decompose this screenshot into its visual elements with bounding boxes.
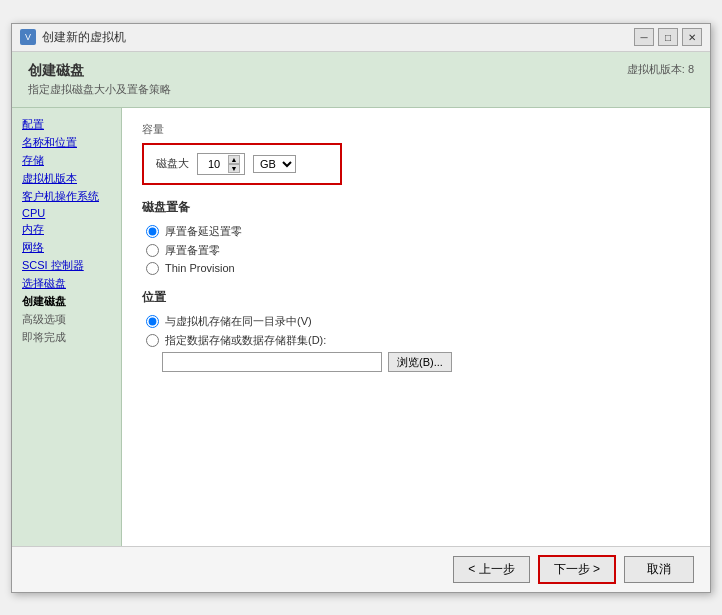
provisioning-section-label: 磁盘置备 bbox=[142, 199, 690, 216]
sidebar-item-name-location[interactable]: 名称和位置 bbox=[22, 134, 111, 151]
app-icon: V bbox=[20, 29, 36, 45]
footer: < 上一步 下一步 > 取消 bbox=[12, 546, 710, 592]
vm-version-label: 虚拟机版本: 8 bbox=[627, 62, 694, 77]
provisioning-thin-label: Thin Provision bbox=[165, 262, 235, 274]
sidebar-item-vm-version[interactable]: 虚拟机版本 bbox=[22, 170, 111, 187]
main-window: V 创建新的虚拟机 ─ □ ✕ 创建磁盘 指定虚拟磁盘大小及置备策略 虚拟机版本… bbox=[11, 23, 711, 593]
location-section-label: 位置 bbox=[142, 289, 690, 306]
capacity-box: 磁盘大 10 ▲ ▼ MB GB TB bbox=[142, 143, 342, 185]
location-custom-dir-radio[interactable] bbox=[146, 334, 159, 347]
header-content: 创建磁盘 指定虚拟磁盘大小及置备策略 bbox=[28, 62, 171, 97]
header-section: 创建磁盘 指定虚拟磁盘大小及置备策略 虚拟机版本: 8 bbox=[12, 52, 710, 108]
provisioning-section: 磁盘置备 厚置备延迟置零 厚置备置零 Thin Provision bbox=[142, 199, 690, 275]
provisioning-radio-group: 厚置备延迟置零 厚置备置零 Thin Provision bbox=[142, 224, 690, 275]
location-same-dir[interactable]: 与虚拟机存储在同一目录中(V) bbox=[146, 314, 690, 329]
spinner-up-button[interactable]: ▲ bbox=[228, 155, 240, 164]
capacity-section-label: 容量 bbox=[142, 122, 690, 137]
back-button[interactable]: < 上一步 bbox=[453, 556, 529, 583]
provisioning-thin-radio[interactable] bbox=[146, 262, 159, 275]
disk-size-label: 磁盘大 bbox=[156, 156, 189, 171]
title-bar: V 创建新的虚拟机 ─ □ ✕ bbox=[12, 24, 710, 52]
provisioning-thick-lazy-label: 厚置备延迟置零 bbox=[165, 224, 242, 239]
main-panel: 容量 磁盘大 10 ▲ ▼ MB GB TB 磁盘置备 bbox=[122, 108, 710, 546]
sidebar-item-create-disk[interactable]: 创建磁盘 bbox=[22, 293, 111, 310]
header-title: 创建磁盘 bbox=[28, 62, 171, 80]
provisioning-thin[interactable]: Thin Provision bbox=[146, 262, 690, 275]
provisioning-thick-eager[interactable]: 厚置备置零 bbox=[146, 243, 690, 258]
sidebar: 配置 名称和位置 存储 虚拟机版本 客户机操作系统 CPU 内存 网络 SCSI… bbox=[12, 108, 122, 546]
provisioning-thick-lazy-radio[interactable] bbox=[146, 225, 159, 238]
location-section: 位置 与虚拟机存储在同一目录中(V) 指定数据存储或数据存储群集(D): 浏览(… bbox=[142, 289, 690, 372]
location-custom-dir[interactable]: 指定数据存储或数据存储群集(D): bbox=[146, 333, 690, 348]
location-radio-group: 与虚拟机存储在同一目录中(V) 指定数据存储或数据存储群集(D): bbox=[142, 314, 690, 348]
minimize-button[interactable]: ─ bbox=[634, 28, 654, 46]
sidebar-item-select-disk[interactable]: 选择磁盘 bbox=[22, 275, 111, 292]
sidebar-item-config[interactable]: 配置 bbox=[22, 116, 111, 133]
title-bar-left: V 创建新的虚拟机 bbox=[20, 29, 126, 46]
spinner-down-button[interactable]: ▼ bbox=[228, 164, 240, 173]
sidebar-item-storage[interactable]: 存储 bbox=[22, 152, 111, 169]
next-button[interactable]: 下一步 > bbox=[538, 555, 616, 584]
content-area: 配置 名称和位置 存储 虚拟机版本 客户机操作系统 CPU 内存 网络 SCSI… bbox=[12, 108, 710, 546]
maximize-button[interactable]: □ bbox=[658, 28, 678, 46]
location-same-dir-label: 与虚拟机存储在同一目录中(V) bbox=[165, 314, 312, 329]
location-path-row: 浏览(B)... bbox=[142, 352, 690, 372]
disk-unit-select[interactable]: MB GB TB bbox=[253, 155, 296, 173]
sidebar-item-cpu[interactable]: CPU bbox=[22, 206, 111, 220]
location-custom-dir-label: 指定数据存储或数据存储群集(D): bbox=[165, 333, 326, 348]
header-subtitle: 指定虚拟磁盘大小及置备策略 bbox=[28, 82, 171, 97]
disk-size-spinner: 10 ▲ ▼ bbox=[197, 153, 245, 175]
spinner-buttons: ▲ ▼ bbox=[228, 155, 240, 173]
title-controls: ─ □ ✕ bbox=[634, 28, 702, 46]
sidebar-item-guest-os[interactable]: 客户机操作系统 bbox=[22, 188, 111, 205]
sidebar-item-memory[interactable]: 内存 bbox=[22, 221, 111, 238]
sidebar-item-ready: 即将完成 bbox=[22, 329, 111, 346]
browse-button[interactable]: 浏览(B)... bbox=[388, 352, 452, 372]
provisioning-thick-lazy[interactable]: 厚置备延迟置零 bbox=[146, 224, 690, 239]
sidebar-item-advanced: 高级选项 bbox=[22, 311, 111, 328]
provisioning-thick-eager-radio[interactable] bbox=[146, 244, 159, 257]
cancel-button[interactable]: 取消 bbox=[624, 556, 694, 583]
close-button[interactable]: ✕ bbox=[682, 28, 702, 46]
sidebar-item-scsi[interactable]: SCSI 控制器 bbox=[22, 257, 111, 274]
disk-size-value: 10 bbox=[202, 158, 226, 170]
provisioning-thick-eager-label: 厚置备置零 bbox=[165, 243, 220, 258]
location-path-input[interactable] bbox=[162, 352, 382, 372]
window-title: 创建新的虚拟机 bbox=[42, 29, 126, 46]
sidebar-item-network[interactable]: 网络 bbox=[22, 239, 111, 256]
location-same-dir-radio[interactable] bbox=[146, 315, 159, 328]
